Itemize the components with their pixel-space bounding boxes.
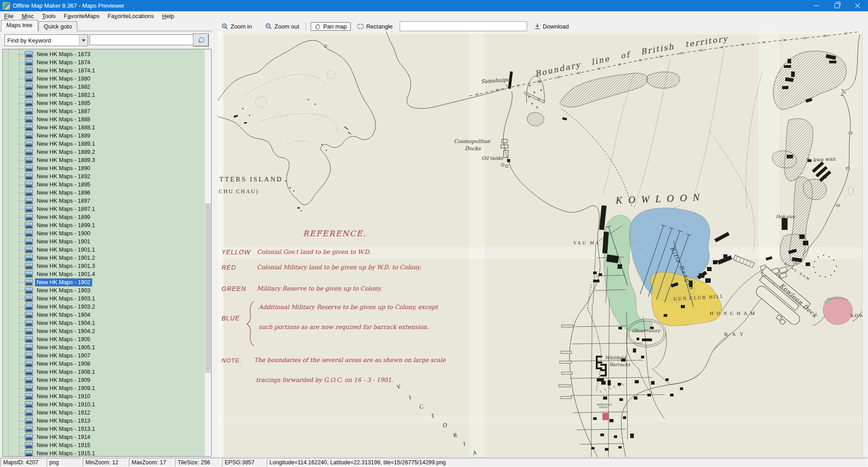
pan-map-button[interactable]: Pan map — [311, 22, 351, 31]
tree-item[interactable]: New HK Maps - 1901 — [3, 238, 205, 246]
tree-item[interactable]: New HK Maps - 1903.1 — [3, 295, 205, 303]
tree-scrollbar-thumb[interactable] — [205, 203, 211, 373]
tree-item[interactable]: New HK Maps - 1915 — [3, 441, 205, 449]
map-file-icon — [25, 84, 33, 91]
tab-quick-goto[interactable]: Quick goto — [38, 21, 77, 31]
map-file-icon — [25, 230, 33, 237]
download-name-input[interactable] — [400, 21, 527, 31]
tree-item[interactable]: New HK Maps - 1901.1 — [3, 246, 205, 254]
tree-item[interactable]: New HK Maps - 1909.1 — [3, 384, 205, 392]
tree-item[interactable]: New HK Maps - 1885 — [3, 99, 205, 107]
tree-item[interactable]: New HK Maps - 1904.1 — [3, 319, 205, 327]
tree-item[interactable]: New HK Maps - 1896 — [3, 189, 205, 197]
menu-help[interactable]: Help — [158, 12, 179, 20]
tree-connector — [19, 437, 24, 438]
map-file-icon — [25, 369, 33, 376]
rectangle-button[interactable]: Rectangle — [354, 22, 396, 31]
tree-item[interactable]: New HK Maps - 1895 — [3, 181, 205, 189]
rectangle-label: Rectangle — [366, 23, 393, 30]
tree-connector — [19, 299, 24, 299]
tree-item[interactable]: New HK Maps - 1882 — [3, 83, 205, 91]
download-button[interactable]: Download — [532, 22, 571, 31]
tree-item[interactable]: New HK Maps - 1899 — [3, 213, 205, 221]
tree-item[interactable]: New HK Maps - 1905.1 — [3, 343, 205, 352]
chevron-down-icon — [82, 39, 85, 42]
tree-item-label: New HK Maps - 1901 — [35, 238, 92, 245]
tree-item[interactable]: New HK Maps - 1888 — [3, 115, 205, 124]
restore-button[interactable] — [826, 0, 847, 11]
tree-item[interactable]: New HK Maps - 1913.1 — [3, 425, 205, 433]
tree-connector — [19, 405, 24, 405]
tree-scrollbar[interactable] — [204, 49, 211, 456]
tree-item[interactable]: New HK Maps - 1888.1 — [3, 124, 205, 132]
find-mode-dropdown[interactable]: Find by Keyword — [5, 34, 88, 46]
tree-item[interactable]: New HK Maps - 1908 — [3, 360, 205, 368]
tree-item[interactable]: New HK Maps - 1902 — [3, 278, 205, 286]
dropdown-button[interactable] — [79, 35, 88, 45]
title-bar[interactable]: Offline Map Maker 8.367 - Maps Previewer — [0, 0, 868, 11]
tree-item[interactable]: New HK Maps - 1901.3 — [3, 262, 205, 270]
download-label: Download — [542, 23, 569, 30]
ref-title: REFERENCE. — [303, 229, 366, 238]
tree-item[interactable]: New HK Maps - 1901.2 — [3, 254, 205, 262]
tree-connector — [19, 291, 24, 291]
tree-item[interactable]: New HK Maps - 1897.1 — [3, 205, 205, 213]
menu-misc[interactable]: Misc — [18, 12, 38, 20]
tree-item[interactable]: New HK Maps - 1907 — [3, 352, 205, 360]
tree-item[interactable]: New HK Maps - 1904.2 — [3, 327, 205, 335]
map-viewport[interactable]: TTERS ISLAND CHU CHAU) — [218, 32, 862, 457]
map-toolbar: Zoom in Zoom out Pan map Rectangle Downl… — [218, 21, 868, 32]
tree-item[interactable]: New HK Maps - 1912 — [3, 409, 205, 417]
tree-item[interactable]: New HK Maps - 1915.1 — [3, 449, 205, 457]
close-button[interactable] — [847, 0, 868, 11]
tree-item[interactable]: New HK Maps - 1890 — [3, 164, 205, 172]
menu-favoritemaps[interactable]: FavoriteMaps — [60, 12, 104, 20]
tree-item[interactable]: New HK Maps - 1889 — [3, 132, 205, 140]
tree-item[interactable]: New HK Maps - 1880 — [3, 75, 205, 83]
tree-item[interactable]: New HK Maps - 1900 — [3, 229, 205, 238]
tree-item[interactable]: New HK Maps - 1899.1 — [3, 221, 205, 229]
tree-connector — [19, 429, 24, 429]
map-file-icon — [25, 434, 33, 441]
search-input[interactable] — [90, 34, 194, 45]
tree-item[interactable]: New HK Maps - 1908.1 — [3, 368, 205, 376]
tree-connector — [19, 176, 24, 177]
tree-item[interactable]: New HK Maps - 1903 — [3, 286, 205, 295]
zoom-in-button[interactable]: Zoom in — [219, 22, 255, 31]
tree-item[interactable]: New HK Maps - 1909 — [3, 376, 205, 384]
tree-item-label: New HK Maps - 1915.1 — [35, 450, 96, 457]
map-file-icon — [25, 238, 33, 245]
tree-item[interactable]: New HK Maps - 1903.2 — [3, 303, 205, 311]
tree-item[interactable]: New HK Maps - 1882.1 — [3, 91, 205, 99]
tree-item[interactable]: New HK Maps - 1874 — [3, 58, 205, 67]
search-button[interactable] — [193, 33, 209, 47]
tree-item[interactable]: New HK Maps - 1910 — [3, 392, 205, 400]
ref-blue-text-1: Additional Military Reserve to be given … — [258, 304, 439, 310]
map-file-icon — [25, 108, 33, 115]
tree-item[interactable]: New HK Maps - 1889.2 — [3, 148, 205, 156]
tree-item[interactable]: New HK Maps - 1873 — [3, 50, 205, 58]
tree-item[interactable]: New HK Maps - 1914 — [3, 433, 205, 441]
menu-favoritelocations[interactable]: FavoriteLocations — [104, 12, 158, 20]
zoom-out-button[interactable]: Zoom out — [263, 22, 302, 31]
tab-maps-tree[interactable]: Maps tree — [1, 20, 38, 31]
tree-item[interactable]: New HK Maps - 1910.1 — [3, 400, 205, 409]
tree-item[interactable]: New HK Maps - 1887 — [3, 107, 205, 115]
tree-item[interactable]: New HK Maps - 1905 — [3, 335, 205, 343]
tree-item[interactable]: New HK Maps - 1889.1 — [3, 140, 205, 148]
status-tile-size: TileSize: 256 — [175, 458, 221, 467]
minimize-button[interactable] — [806, 0, 826, 11]
tree-item[interactable]: New HK Maps - 1913 — [3, 417, 205, 425]
tree-item[interactable]: New HK Maps - 1904 — [3, 311, 205, 319]
tree-item[interactable]: New HK Maps - 1901.4 — [3, 270, 205, 278]
tree-item[interactable]: New HK Maps - 1892 — [3, 172, 205, 181]
menu-file[interactable]: File — [0, 12, 18, 20]
tree-item-label: New HK Maps - 1913.1 — [35, 425, 96, 433]
tree-item[interactable]: New HK Maps - 1897 — [3, 197, 205, 205]
tree-item[interactable]: New HK Maps - 1889.3 — [3, 156, 205, 164]
tree-item-label: New HK Maps - 1874.1 — [35, 67, 96, 74]
zoom-in-icon — [222, 23, 228, 30]
app-window: Offline Map Maker 8.367 - Maps Previewer… — [0, 0, 868, 467]
menu-tools[interactable]: Tools — [38, 12, 60, 20]
tree-item[interactable]: New HK Maps - 1874.1 — [3, 67, 205, 75]
